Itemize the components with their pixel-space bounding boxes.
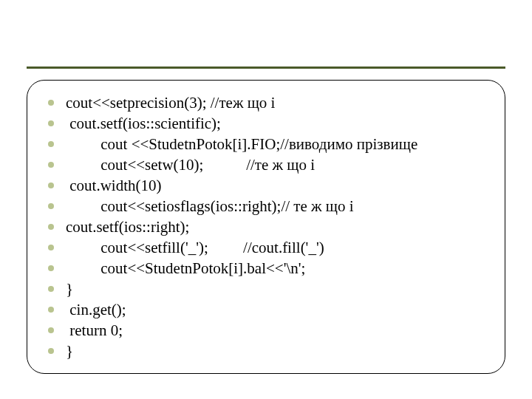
list-item: cout.width(10)	[44, 175, 491, 196]
title-placeholder	[27, 16, 505, 69]
list-item: cout.setf(ios::scientific);	[44, 113, 491, 134]
list-item: }	[44, 279, 491, 299]
list-item: cout<<setfill('_'); //cout.fill('_')	[44, 237, 491, 258]
list-item: return 0;	[44, 320, 491, 341]
list-item: cout <<StudetnPotok[i].FIO;//виводимо пр…	[44, 134, 491, 154]
content-box: cout<<setprecision(3); //теж що і cout.s…	[27, 80, 505, 374]
list-item: cout<<StudetnPotok[i].bal<<'\n';	[44, 258, 491, 279]
code-list: cout<<setprecision(3); //теж що і cout.s…	[44, 92, 491, 361]
list-item: cout<<setw(10); //те ж що і	[44, 154, 491, 175]
list-item: cout<<setiosflags(ios::right);// те ж що…	[44, 196, 491, 216]
list-item: }	[44, 341, 491, 361]
list-item: cout<<setprecision(3); //теж що і	[44, 92, 491, 113]
list-item: cout.setf(ios::right);	[44, 216, 491, 237]
slide: cout<<setprecision(3); //теж що і cout.s…	[0, 0, 532, 399]
list-item: cin.get();	[44, 299, 491, 320]
